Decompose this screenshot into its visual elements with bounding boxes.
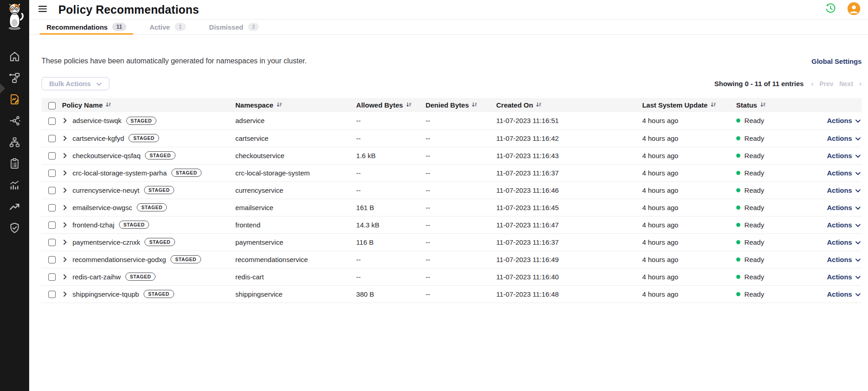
prev-chevron-icon[interactable]: ‹ xyxy=(811,80,814,87)
expand-row-icon[interactable] xyxy=(62,222,68,228)
table-row[interactable]: emailservice-owgsc STAGED emailservice 1… xyxy=(41,199,862,216)
history-button[interactable] xyxy=(824,2,837,17)
col-label: Allowed Bytes xyxy=(356,101,403,109)
row-actions-button[interactable]: Actions xyxy=(827,169,862,177)
table-row[interactable]: frontend-tzhaj STAGED frontend 14.3 kB -… xyxy=(41,216,862,233)
created-on-cell: 11-07-2023 11:16:37 xyxy=(496,233,642,251)
expand-row-icon[interactable] xyxy=(62,170,68,176)
tab-active[interactable]: Active 1 xyxy=(148,20,187,34)
row-actions-button[interactable]: Actions xyxy=(827,117,862,124)
col-last-system-update[interactable]: Last System Update xyxy=(642,98,736,112)
main-area: Policy Recommendations Recommendations 1… xyxy=(29,0,868,391)
expand-row-icon[interactable] xyxy=(62,135,68,141)
next-chevron-icon[interactable]: › xyxy=(859,80,862,87)
sidebar-item-sitemap[interactable] xyxy=(4,132,26,154)
sort-icon xyxy=(710,101,716,109)
sort-icon xyxy=(760,101,766,109)
col-denied-bytes[interactable]: Denied Bytes xyxy=(425,98,496,112)
staged-badge: STAGED xyxy=(144,186,175,194)
created-on-cell: 11-07-2023 11:16:43 xyxy=(496,147,642,164)
expand-row-icon[interactable] xyxy=(62,205,68,211)
sidebar-item-home[interactable] xyxy=(4,46,26,68)
hamburger-menu-button[interactable] xyxy=(35,2,50,17)
col-policy-name[interactable]: Policy Name xyxy=(62,98,235,112)
sidebar-item-security[interactable] xyxy=(4,218,26,239)
row-checkbox[interactable] xyxy=(48,239,56,246)
row-checkbox[interactable] xyxy=(48,118,56,125)
sidebar-item-clipboard[interactable] xyxy=(4,154,26,175)
col-status[interactable]: Status xyxy=(736,98,805,112)
staged-badge: STAGED xyxy=(145,151,176,159)
sidebar-item-trending[interactable] xyxy=(4,196,26,218)
last-update-cell: 4 hours ago xyxy=(642,181,736,199)
policy-name: redis-cart-zaihw xyxy=(72,273,121,281)
bulk-actions-button[interactable]: Bulk Actions xyxy=(41,77,109,90)
status-dot-icon xyxy=(736,206,740,210)
table-row[interactable]: adservice-tswqk STAGED adservice -- -- 1… xyxy=(41,112,862,129)
row-checkbox[interactable] xyxy=(48,187,56,194)
last-update-cell: 4 hours ago xyxy=(642,129,736,147)
user-avatar-button[interactable] xyxy=(847,2,861,17)
select-all-checkbox[interactable] xyxy=(48,102,56,109)
hamburger-icon xyxy=(37,4,48,16)
next-button[interactable]: Next xyxy=(839,80,853,87)
col-namespace[interactable]: Namespace xyxy=(235,98,356,112)
sidebar-item-network-graph[interactable] xyxy=(4,111,26,132)
policy-name: cartservice-kgfyd xyxy=(72,134,124,142)
topology-icon xyxy=(8,72,21,86)
tab-recommendations[interactable]: Recommendations 11 xyxy=(45,20,128,34)
row-checkbox[interactable] xyxy=(48,256,56,263)
last-update-cell: 4 hours ago xyxy=(642,233,736,251)
status-label: Ready xyxy=(744,238,764,246)
row-actions-button[interactable]: Actions xyxy=(827,134,862,142)
global-settings-link[interactable]: Global Settings xyxy=(811,57,862,65)
tab-count-badge: 11 xyxy=(112,23,126,31)
row-actions-button[interactable]: Actions xyxy=(827,221,862,229)
created-on-cell: 11-07-2023 11:16:42 xyxy=(496,129,642,147)
tab-dismissed[interactable]: Dismissed 2 xyxy=(208,20,261,34)
row-actions-button[interactable]: Actions xyxy=(827,186,862,194)
table-row[interactable]: shippingservice-tqupb STAGED shippingser… xyxy=(41,285,862,303)
sidebar-item-policy-editor[interactable] xyxy=(4,89,26,111)
row-actions-button[interactable]: Actions xyxy=(827,273,862,281)
row-checkbox[interactable] xyxy=(48,135,56,142)
policy-name: crc-local-storage-system-parha xyxy=(72,169,167,177)
row-checkbox[interactable] xyxy=(48,273,56,281)
status-label: Ready xyxy=(744,117,764,124)
row-actions-button[interactable]: Actions xyxy=(827,152,862,159)
expand-row-icon[interactable] xyxy=(62,291,68,297)
col-created-on[interactable]: Created On xyxy=(496,98,642,112)
allowed-bytes-cell: -- xyxy=(356,181,425,199)
row-checkbox[interactable] xyxy=(48,204,56,211)
sidebar-item-analytics[interactable] xyxy=(4,175,26,196)
last-update-cell: 4 hours ago xyxy=(642,251,736,268)
sidebar-item-topology[interactable] xyxy=(4,68,26,89)
row-actions-button[interactable]: Actions xyxy=(827,256,862,263)
row-checkbox[interactable] xyxy=(48,291,56,298)
col-allowed-bytes[interactable]: Allowed Bytes xyxy=(356,98,425,112)
prev-button[interactable]: Prev xyxy=(820,80,833,87)
row-checkbox[interactable] xyxy=(48,221,56,229)
table-row[interactable]: crc-local-storage-system-parha STAGED cr… xyxy=(41,164,862,181)
table-row[interactable]: recommendationservice-godxg STAGED recom… xyxy=(41,251,862,268)
expand-row-icon[interactable] xyxy=(62,187,68,193)
row-actions-button[interactable]: Actions xyxy=(827,238,862,246)
expand-row-icon[interactable] xyxy=(62,274,68,280)
table-row[interactable]: redis-cart-zaihw STAGED redis-cart -- --… xyxy=(41,268,862,285)
row-checkbox[interactable] xyxy=(48,170,56,177)
expand-row-icon[interactable] xyxy=(62,257,68,262)
row-actions-button[interactable]: Actions xyxy=(827,290,862,298)
row-checkbox[interactable] xyxy=(48,152,56,159)
expand-row-icon[interactable] xyxy=(62,239,68,245)
table-row[interactable]: paymentservice-cznxk STAGED paymentservi… xyxy=(41,233,862,251)
table-row[interactable]: cartservice-kgfyd STAGED cartservice -- … xyxy=(41,129,862,147)
tab-label: Recommendations xyxy=(46,23,108,31)
table-row[interactable]: checkoutservice-qsfaq STAGED checkoutser… xyxy=(41,147,862,164)
policy-name: shippingservice-tqupb xyxy=(72,290,139,298)
row-actions-button[interactable]: Actions xyxy=(827,204,862,211)
allowed-bytes-cell: -- xyxy=(356,164,425,181)
table-row[interactable]: currencyservice-neuyt STAGED currencyser… xyxy=(41,181,862,199)
expand-row-icon[interactable] xyxy=(62,118,68,123)
expand-row-icon[interactable] xyxy=(62,153,68,159)
chevron-down-icon xyxy=(855,221,861,229)
